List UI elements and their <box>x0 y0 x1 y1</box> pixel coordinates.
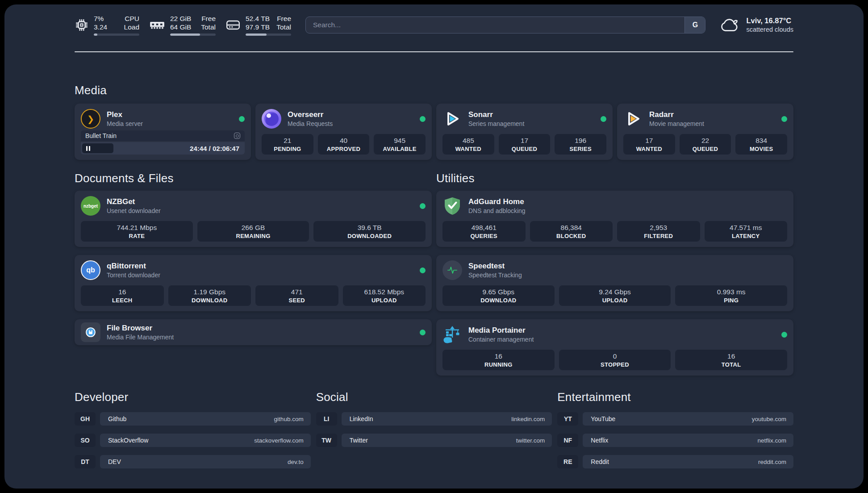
weather-location-temp: Lviv, 16.87°C <box>746 16 793 25</box>
player-progress-fill <box>82 143 113 153</box>
app-name: Overseerr <box>288 110 333 119</box>
section-title-documents: Documents & Files <box>75 171 432 185</box>
stat-upload: 618.52 MbpsUPLOAD <box>343 285 426 306</box>
bookmark-github[interactable]: GH Githubgithub.com <box>75 412 311 426</box>
app-name: qBittorrent <box>107 262 160 271</box>
storage-usage-bar <box>246 33 291 36</box>
stat-seed: 471SEED <box>255 285 338 306</box>
bookmark-stackoverflow[interactable]: SO StackOverflowstackoverflow.com <box>75 434 311 447</box>
cpu-label-bottom: Load <box>124 23 139 31</box>
adguard-icon <box>442 196 462 216</box>
app-subtitle: Torrent downloader <box>107 272 160 279</box>
app-card-plex[interactable]: ❯ Plex Media server Bullet Train <box>75 104 251 160</box>
bookmark-reddit[interactable]: RE Redditreddit.com <box>557 455 793 468</box>
bookmark-tag: RE <box>557 455 578 468</box>
app-subtitle: Movie management <box>649 120 704 127</box>
app-card-portainer[interactable]: Media Portainer Container management 16R… <box>436 319 793 376</box>
bookmark-dev[interactable]: DT DEVdev.to <box>75 455 311 468</box>
app-card-sonarr[interactable]: Sonarr Series management 485WANTED 17QUE… <box>436 104 613 160</box>
player-target-icon[interactable] <box>234 133 240 139</box>
app-card-adguard[interactable]: AdGuard Home DNS and adblocking 498,461Q… <box>436 191 793 247</box>
bookmark-name: StackOverflow <box>108 437 148 444</box>
bookmark-name: Netflix <box>591 437 608 444</box>
search-bar: G <box>305 17 705 33</box>
bookmark-url: netflix.com <box>757 437 786 444</box>
stat-leech: 16LEECH <box>81 285 164 306</box>
stat-available: 945AVAILABLE <box>374 134 426 155</box>
bookmark-url: reddit.com <box>758 459 786 465</box>
cpu-percent: 7% <box>94 14 104 23</box>
bookmark-twitter[interactable]: TW Twittertwitter.com <box>316 434 552 447</box>
stat-queries: 498,461QUERIES <box>442 221 526 242</box>
bookmark-tag: LI <box>316 412 337 426</box>
cloud-icon <box>719 17 740 33</box>
bookmark-tag: NF <box>557 434 578 447</box>
section-title-utilities: Utilities <box>436 171 793 185</box>
player-progress-bar[interactable]: 24:44 / 02:06:47 <box>81 142 245 155</box>
app-name: NZBGet <box>107 197 161 206</box>
search-engine-button[interactable]: G <box>684 17 705 33</box>
bookmark-netflix[interactable]: NF Netflixnetflix.com <box>557 434 793 447</box>
cpu-stat: 7%CPU 3.24Load <box>75 14 139 36</box>
stat-wanted: 17WANTED <box>623 134 675 155</box>
bookmark-name: DEV <box>108 458 121 465</box>
storage-free-value: 52.4 TB <box>246 14 270 23</box>
header-divider <box>75 51 793 52</box>
memory-stat: 22 GiBFree 64 GiBTotal <box>149 14 216 36</box>
memory-icon <box>149 18 165 32</box>
app-subtitle: Speedtest Tracking <box>468 272 522 279</box>
media-cards-row: ❯ Plex Media server Bullet Train <box>75 104 793 160</box>
weather-widget[interactable]: Lviv, 16.87°C scattered clouds <box>719 16 793 34</box>
storage-label-top: Free <box>277 14 291 23</box>
pause-icon[interactable] <box>86 146 90 151</box>
bookmark-linkedin[interactable]: LI LinkedInlinkedin.com <box>316 412 552 426</box>
stat-wanted: 485WANTED <box>442 134 494 155</box>
section-title-developer: Developer <box>75 390 311 404</box>
bookmark-tag: SO <box>75 434 96 447</box>
stat-total: 16TOTAL <box>675 350 787 370</box>
app-name: Radarr <box>649 110 704 119</box>
stat-downloaded: 39.6 TBDOWNLOADED <box>313 221 426 242</box>
status-online-dot <box>420 330 426 335</box>
speedtest-icon <box>442 260 462 280</box>
nzbget-icon: nzbget <box>81 196 100 216</box>
app-card-qbittorrent[interactable]: qb qBittorrent Torrent downloader 16LEEC… <box>75 255 432 311</box>
status-online-dot <box>781 116 787 122</box>
utilities-column: Utilities AdGu <box>436 171 793 376</box>
bookmark-url: dev.to <box>288 459 304 465</box>
app-subtitle: Media Requests <box>288 120 333 127</box>
storage-stat: 52.4 TBFree 97.9 TBTotal <box>225 14 291 36</box>
memory-usage-bar <box>170 33 216 36</box>
status-online-dot <box>420 267 426 273</box>
stat-rate: 744.21 MbpsRATE <box>81 221 193 242</box>
weather-condition: scattered clouds <box>746 25 793 34</box>
stat-approved: 40APPROVED <box>318 134 370 155</box>
search-input[interactable] <box>306 17 705 33</box>
app-card-nzbget[interactable]: nzbget NZBGet Usenet downloader 744.21 M… <box>75 191 432 247</box>
storage-total-value: 97.9 TB <box>246 23 270 31</box>
app-card-overseerr[interactable]: Overseerr Media Requests 21PENDING 40APP… <box>255 104 432 160</box>
storage-label-bottom: Total <box>276 23 291 31</box>
stat-series: 196SERIES <box>555 134 606 155</box>
app-card-radarr[interactable]: Radarr Movie management 17WANTED 22QUEUE… <box>617 104 793 160</box>
app-card-filebrowser[interactable]: File Browser Media File Management <box>75 319 432 345</box>
bookmark-name: Twitter <box>350 437 368 444</box>
entertainment-column: Entertainment YT YouTubeyoutube.com NF N… <box>557 390 793 468</box>
sonarr-icon <box>442 109 462 129</box>
bookmark-name: LinkedIn <box>350 415 373 422</box>
app-card-speedtest[interactable]: Speedtest Speedtest Tracking 9.65 GbpsDO… <box>436 255 793 311</box>
dashboard: 7%CPU 3.24Load <box>4 4 864 489</box>
bookmark-tag: YT <box>557 412 578 426</box>
memory-label-bottom: Total <box>201 23 216 31</box>
app-subtitle: Usenet downloader <box>107 207 161 214</box>
bookmark-tag: DT <box>75 455 96 468</box>
developer-column: Developer GH Githubgithub.com SO StackOv… <box>75 390 311 468</box>
stat-download: 9.65 GbpsDOWNLOAD <box>442 285 555 306</box>
section-title-media: Media <box>75 84 793 97</box>
cpu-label-top: CPU <box>125 14 139 23</box>
status-online-dot <box>239 116 245 122</box>
bookmark-tag: TW <box>316 434 337 447</box>
bookmark-url: linkedin.com <box>511 416 545 422</box>
storage-icon <box>225 18 241 32</box>
bookmark-youtube[interactable]: YT YouTubeyoutube.com <box>557 412 793 426</box>
